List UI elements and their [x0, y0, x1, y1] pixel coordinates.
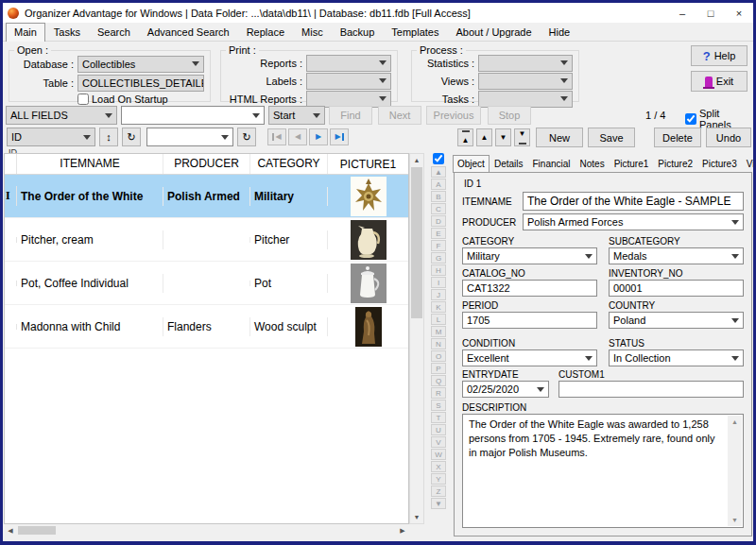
alphabet-letter-s[interactable]: S — [431, 400, 446, 411]
alphabet-letter-j[interactable]: J — [431, 289, 446, 300]
alphabet-letter-o[interactable]: O — [431, 350, 446, 362]
cell-producer[interactable] — [163, 237, 250, 243]
menu-tab-templates[interactable]: Templates — [383, 23, 447, 41]
menu-tab-replace[interactable]: Replace — [238, 23, 293, 41]
detail-prior-record-button[interactable]: ▲ — [476, 128, 492, 146]
menu-tab-backup[interactable]: Backup — [332, 23, 384, 41]
alphabet-letter-l[interactable]: L — [431, 314, 446, 325]
column-header-picture1[interactable]: PICTURE1 — [328, 154, 408, 174]
detail-last-record-button[interactable]: ▼ — [514, 128, 530, 146]
search-mode-select[interactable]: Start — [268, 106, 325, 125]
cell-picture1[interactable] — [328, 261, 408, 306]
cell-category[interactable]: Pot — [250, 274, 328, 293]
refresh-sort-button[interactable]: ↻ — [122, 128, 141, 146]
period-input[interactable] — [462, 312, 597, 329]
description-scrollbar[interactable]: ▲ ▼ — [728, 416, 742, 526]
previous-button[interactable]: Previous — [426, 106, 481, 125]
scroll-up-icon[interactable]: ▲ — [410, 154, 423, 166]
alphabet-letter-z[interactable]: Z — [431, 485, 446, 497]
alphabet-letter-g[interactable]: G — [431, 252, 446, 264]
new-button[interactable]: New — [536, 128, 583, 147]
inventory-no-input[interactable] — [609, 280, 744, 297]
cell-producer[interactable]: Polish Armed — [163, 187, 250, 206]
alphabet-letter-d[interactable]: D — [431, 215, 446, 227]
html-reports-select[interactable] — [306, 91, 391, 108]
minimize-button[interactable]: – — [668, 3, 696, 23]
locate-value-combo[interactable] — [146, 128, 233, 146]
cell-category[interactable]: Pitcher — [250, 230, 328, 249]
scroll-right-icon[interactable]: ▶ — [396, 524, 409, 536]
status-select[interactable]: In Collection — [609, 349, 744, 366]
alphabet-letter-a[interactable]: A — [431, 179, 446, 190]
alphabet-letter-n[interactable]: N — [431, 338, 446, 349]
catalog-no-input[interactable] — [462, 280, 597, 297]
load-on-startup-checkbox[interactable] — [77, 94, 89, 105]
search-input[interactable] — [126, 108, 252, 123]
cell-itemname[interactable]: Pitcher, cream — [17, 230, 163, 249]
alphabet-letter-x[interactable]: X — [431, 461, 446, 472]
cell-itemname[interactable]: The Order of the White — [17, 187, 163, 206]
exit-button[interactable]: Exit — [691, 71, 747, 92]
alphabet-letter-w[interactable]: W — [431, 449, 446, 460]
menu-tab-advanced-search[interactable]: Advanced Search — [139, 23, 238, 41]
column-header-itemname[interactable]: ITEMNAME — [17, 154, 163, 174]
table-select[interactable]: COLLECTIBLES_DETAILED — [77, 75, 204, 92]
save-button[interactable]: Save — [588, 128, 635, 147]
sort-direction-button[interactable]: ↕ — [99, 128, 118, 146]
detail-tab-view[interactable]: View — [742, 155, 756, 172]
last-record-button[interactable]: ▶ — [330, 128, 349, 145]
prior-record-button[interactable]: ◀ — [288, 128, 307, 145]
search-field-select[interactable]: ALL FIELDS — [6, 106, 117, 125]
subcategory-select[interactable]: Medals — [609, 247, 744, 264]
entrydate-picker[interactable]: 02/25/2020 — [462, 381, 549, 398]
alphabet-letter-p[interactable]: P — [431, 363, 446, 374]
detail-tab-details[interactable]: Details — [490, 155, 528, 172]
alphabet-letter-y[interactable]: Y — [431, 473, 446, 485]
scroll-down-icon[interactable]: ▼ — [410, 511, 423, 523]
tasks-select[interactable] — [478, 91, 573, 108]
cell-picture1[interactable] — [328, 304, 408, 349]
detail-tab-object[interactable]: Object — [453, 155, 490, 173]
cell-itemname[interactable]: Madonna with Child — [17, 317, 163, 336]
alphabet-letter-u[interactable]: U — [431, 424, 446, 435]
column-header-category[interactable]: CATEGORY — [250, 154, 328, 174]
menu-tab-tasks[interactable]: Tasks — [45, 23, 89, 41]
scroll-down-icon[interactable]: ▼ — [729, 514, 742, 526]
alphabet-letter-e[interactable]: E — [431, 228, 446, 239]
alphabet-letter-m[interactable]: M — [431, 326, 446, 337]
stop-button[interactable]: Stop — [488, 106, 531, 125]
database-select[interactable]: Collectibles — [77, 56, 204, 73]
grid-vertical-scrollbar[interactable]: ▲ ▼ — [409, 153, 424, 524]
undo-button[interactable]: Undo — [706, 128, 751, 147]
table-row[interactable]: I The Order of the White Polish Armed Mi… — [5, 175, 408, 218]
country-select[interactable]: Poland — [609, 312, 744, 329]
custom1-input[interactable] — [558, 381, 744, 398]
close-button[interactable]: × — [725, 3, 753, 23]
menu-tab-search[interactable]: Search — [89, 23, 139, 41]
cell-category[interactable]: Military — [250, 187, 328, 206]
column-header-producer[interactable]: PRODUCER — [163, 154, 250, 174]
condition-select[interactable]: Excellent — [462, 349, 597, 366]
detail-tab-picture3[interactable]: Picture3 — [697, 155, 742, 172]
first-record-button[interactable]: ◀ — [267, 128, 286, 145]
detail-tab-picture2[interactable]: Picture2 — [653, 155, 697, 172]
cell-producer[interactable] — [163, 281, 250, 286]
cell-producer[interactable]: Flanders — [163, 317, 250, 336]
detail-first-record-button[interactable]: ▲ — [457, 128, 473, 146]
menu-tab-about-upgrade[interactable]: About / Upgrade — [447, 23, 540, 41]
scrollbar-thumb[interactable] — [411, 167, 422, 318]
itemname-input[interactable] — [523, 192, 744, 211]
panel-splitter[interactable] — [448, 153, 452, 536]
alphabet-letter-h[interactable]: H — [431, 264, 446, 276]
cell-category[interactable]: Wood sculpt — [250, 317, 328, 336]
alphabet-filter-checkbox[interactable] — [433, 153, 444, 164]
alphabet-letter-f[interactable]: F — [431, 240, 446, 251]
table-row[interactable]: Pot, Coffee Individual Pot — [5, 262, 408, 305]
alphabet-letter-b[interactable]: B — [431, 191, 446, 202]
cell-picture1[interactable] — [328, 174, 408, 219]
alphabet-scroll-down-icon[interactable]: ▼ — [431, 498, 446, 509]
detail-tab-financial[interactable]: Financial — [527, 155, 575, 172]
cell-itemname[interactable]: Pot, Coffee Individual — [17, 274, 163, 293]
delete-button[interactable]: Delete — [654, 128, 701, 147]
scrollbar-thumb[interactable] — [18, 526, 56, 535]
